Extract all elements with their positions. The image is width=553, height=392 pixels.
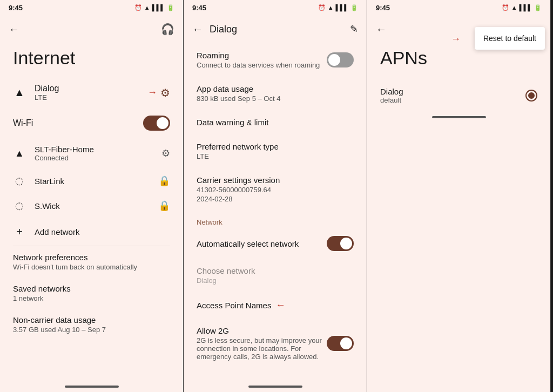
home-indicator-3	[367, 112, 550, 123]
panel-internet: 9:45 ⏰ ▲ ▌▌▌ 🔋 ← 🎧 Internet ▲ Dialog LTE…	[0, 0, 184, 392]
home-bar-2	[248, 386, 302, 388]
network-pref-title: Network preferences	[13, 253, 170, 262]
carrier-settings-sub1: 41302-56000000759.64	[197, 186, 354, 194]
apn-row[interactable]: Access Point Names ←	[184, 292, 367, 319]
wifi-toggle[interactable]	[143, 116, 170, 131]
data-warning-row[interactable]: Data warning & limit	[184, 110, 367, 134]
wifi-status-icon: ▲	[144, 4, 150, 11]
status-time-1: 9:45	[9, 4, 23, 12]
app-data-sub: 830 kB used Sep 5 – Oct 4	[197, 94, 354, 103]
roaming-row[interactable]: Roaming Connect to data services when ro…	[184, 43, 367, 77]
signal-icon-3: ▌▌▌	[520, 4, 532, 11]
status-icons-3: ⏰ ▲ ▌▌▌ 🔋	[502, 4, 542, 11]
wifi-toggle-row: Wi-Fi	[0, 108, 183, 138]
wifi-swick-lock: 🔒	[158, 200, 170, 212]
carrier-arrow-indicator: →	[147, 87, 157, 98]
apn-dialog-name: Dialog	[380, 87, 403, 96]
allow-2g-info: Allow 2G 2G is less secure, but may impr…	[197, 326, 327, 361]
signal-icon-carrier: ▲	[13, 86, 26, 99]
page-title-internet: Internet	[0, 43, 183, 77]
wifi-item-starlink[interactable]: ◌ StarLink 🔒	[0, 168, 183, 193]
apn-radio-selected[interactable]	[525, 90, 537, 102]
home-indicator-1	[0, 381, 183, 392]
battery-icon-2: 🔋	[350, 4, 358, 11]
wifi-item-swick[interactable]: ◌ S.Wick 🔒	[0, 193, 183, 218]
home-bar-3	[432, 116, 486, 118]
panel-apns: 9:45 ⏰ ▲ ▌▌▌ 🔋 ← → Reset to default APNs…	[367, 0, 551, 392]
wifi-lock-icon-starlink: ◌	[13, 175, 26, 187]
carrier-row[interactable]: ▲ Dialog LTE → ⚙	[0, 77, 183, 108]
apn-label: Access Point Names	[197, 301, 271, 310]
add-icon: +	[13, 226, 26, 238]
roaming-sub: Connect to data services when roaming	[197, 61, 327, 69]
dialog-content: Roaming Connect to data services when ro…	[184, 43, 367, 381]
wifi-swick-info: S.Wick	[35, 201, 150, 211]
data-warning-title: Data warning & limit	[197, 118, 354, 127]
wifi-starlink-info: StarLink	[35, 177, 150, 186]
apn-dialog-item[interactable]: Dialog default	[367, 79, 550, 112]
status-bar-2: 9:45 ⏰ ▲ ▌▌▌ 🔋	[184, 0, 367, 15]
carrier-settings-row[interactable]: Carrier settings version 41302-560000007…	[184, 168, 367, 211]
status-icons-2: ⏰ ▲ ▌▌▌ 🔋	[318, 4, 358, 11]
wifi-label: Wi-Fi	[13, 118, 33, 128]
carrier-gear-button[interactable]: ⚙	[160, 86, 170, 99]
wifi-icon-3: ▲	[511, 4, 517, 11]
non-carrier-title: Non-carrier data usage	[13, 315, 170, 325]
allow-2g-toggle[interactable]	[327, 336, 354, 351]
roaming-info: Roaming Connect to data services when ro…	[197, 51, 327, 69]
signal-icon: ▌▌▌	[152, 4, 165, 11]
wifi-slt-sub: Connected	[35, 154, 153, 162]
carrier-sub: LTE	[35, 93, 139, 102]
headphone-icon[interactable]: 🎧	[161, 23, 174, 36]
wifi-icon-2: ▲	[328, 4, 334, 11]
top-bar-1: ← 🎧	[0, 15, 183, 43]
preferred-network-sub: LTE	[197, 152, 354, 160]
wifi-slt-name: SLT-Fiber-Home	[35, 145, 153, 154]
add-network-row[interactable]: + Add network	[0, 218, 183, 246]
network-section-label: Network	[184, 211, 367, 228]
back-button-3[interactable]: ←	[376, 23, 387, 36]
clock-icon: ⏰	[134, 4, 142, 11]
wifi-slt-gear[interactable]: ⚙	[161, 147, 170, 159]
clock-icon-2: ⏰	[318, 4, 326, 11]
status-icons-1: ⏰ ▲ ▌▌▌ 🔋	[134, 4, 174, 11]
allow-2g-row[interactable]: Allow 2G 2G is less secure, but may impr…	[184, 319, 367, 368]
roaming-title: Roaming	[197, 51, 327, 60]
choose-network-sub: Dialog	[197, 276, 354, 285]
network-preferences-item[interactable]: Network preferences Wi-Fi doesn't turn b…	[0, 246, 183, 278]
status-bar-3: 9:45 ⏰ ▲ ▌▌▌ 🔋	[367, 0, 550, 15]
apn-dialog-sub: default	[380, 96, 403, 104]
wifi-slt-info: SLT-Fiber-Home Connected	[35, 145, 153, 162]
apn-arrow-indicator: ←	[275, 300, 285, 311]
allow-2g-sub: 2G is less secure, but may improve your …	[197, 336, 327, 361]
reset-to-default-label[interactable]: Reset to default	[483, 34, 536, 43]
non-carrier-sub: 3.57 GB used Aug 10 – Sep 7	[13, 326, 170, 334]
carrier-name: Dialog	[35, 84, 139, 93]
wifi-connected-icon: ▲	[13, 148, 26, 159]
carrier-settings-title: Carrier settings version	[197, 175, 354, 185]
wifi-item-slt[interactable]: ▲ SLT-Fiber-Home Connected ⚙	[0, 138, 183, 168]
clock-icon-3: ⏰	[502, 4, 509, 11]
add-network-label: Add network	[35, 227, 79, 236]
auto-select-toggle[interactable]	[327, 236, 354, 251]
preferred-network-row[interactable]: Preferred network type LTE	[184, 134, 367, 168]
wifi-starlink-lock: 🔒	[158, 175, 170, 187]
non-carrier-item[interactable]: Non-carrier data usage 3.57 GB used Aug …	[0, 309, 183, 340]
app-data-title: App data usage	[197, 84, 354, 93]
battery-icon-3: 🔋	[534, 4, 542, 11]
back-button-1[interactable]: ←	[9, 23, 19, 36]
status-time-2: 9:45	[192, 4, 206, 12]
signal-icon-2: ▌▌▌	[336, 4, 348, 11]
saved-networks-sub: 1 network	[13, 294, 170, 302]
apn-dialog-info: Dialog default	[380, 87, 403, 104]
roaming-toggle[interactable]	[327, 52, 354, 67]
status-bar-1: 9:45 ⏰ ▲ ▌▌▌ 🔋	[0, 0, 183, 15]
saved-networks-item[interactable]: Saved networks 1 network	[0, 278, 183, 309]
carrier-settings-sub2: 2024-02-28	[197, 195, 354, 203]
app-data-row[interactable]: App data usage 830 kB used Sep 5 – Oct 4	[184, 77, 367, 110]
auto-select-row[interactable]: Automatically select network	[184, 228, 367, 259]
choose-network-row: Choose network Dialog	[184, 259, 367, 292]
preferred-network-title: Preferred network type	[197, 142, 354, 151]
edit-icon-2[interactable]: ✎	[350, 23, 358, 35]
back-button-2[interactable]: ←	[192, 23, 203, 36]
